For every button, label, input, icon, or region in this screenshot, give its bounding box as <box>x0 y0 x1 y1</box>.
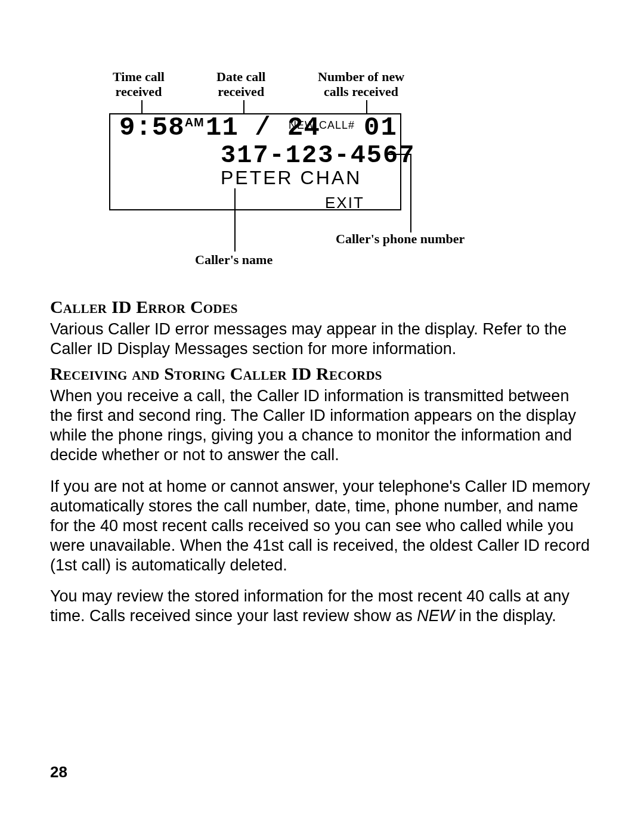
para-receive-1: When you receive a call, the Caller ID i… <box>50 386 594 465</box>
lcd-newcall-number: 01 <box>364 113 398 142</box>
page: Time call received Date call received Nu… <box>0 0 644 819</box>
leader-time <box>141 100 143 113</box>
para-receive-3-new: NEW <box>417 607 454 625</box>
callout-phone: Caller's phone number <box>336 231 465 246</box>
para-error-codes: Various Caller ID error messages may app… <box>50 319 594 359</box>
caller-id-diagram: Time call received Date call received Nu… <box>0 0 644 280</box>
lcd-phone-number: 317-123-4567 <box>221 141 415 170</box>
para-receive-3b: in the display. <box>454 607 556 625</box>
para-receive-3: You may review the stored information fo… <box>50 587 594 626</box>
leader-newcalls <box>366 100 367 113</box>
lcd-time: 9:58AM <box>119 113 205 142</box>
heading-receiving-storing: Receiving and Storing Caller ID Records <box>50 364 594 384</box>
section-receiving-storing: Receiving and Storing Caller ID Records … <box>50 364 594 626</box>
section-error-codes: Caller ID Error Codes Various Caller ID … <box>50 297 594 359</box>
callout-newcalls: Number of new calls received <box>318 69 404 100</box>
lcd-time-value: 9:58 <box>119 113 185 142</box>
leader-date <box>243 100 244 113</box>
lcd-newcall-label: NEW CALL# <box>289 119 355 132</box>
lcd-exit-label: EXIT <box>325 194 364 212</box>
lcd-caller-name: PETER CHAN <box>221 167 361 189</box>
heading-error-codes: Caller ID Error Codes <box>50 297 594 317</box>
callout-date: Date call received <box>216 69 265 100</box>
page-number: 28 <box>50 763 67 781</box>
callout-name: Caller's name <box>195 252 273 267</box>
para-receive-2: If you are not at home or cannot answer,… <box>50 477 594 575</box>
lcd-ampm: AM <box>185 116 205 129</box>
callout-time: Time call received <box>113 69 165 100</box>
